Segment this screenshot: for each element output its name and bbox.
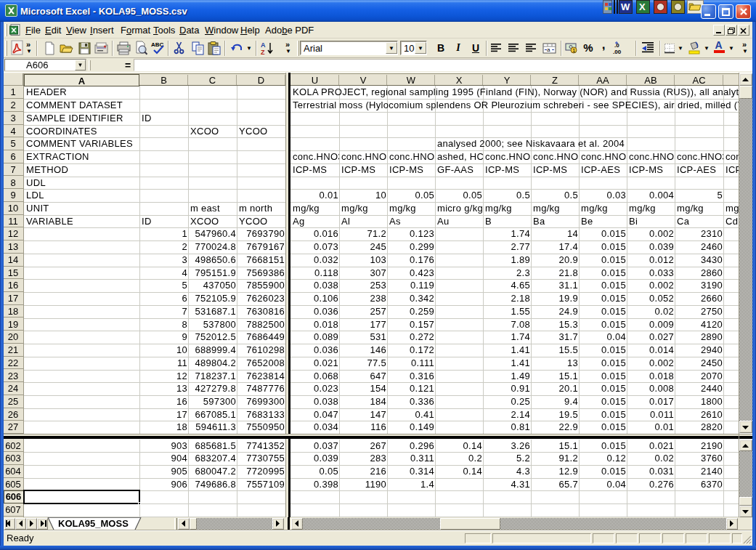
svg-text:1: 1 bbox=[572, 48, 575, 53]
svg-text:.00: .00 bbox=[613, 49, 622, 55]
svg-text:a: a bbox=[547, 46, 550, 53]
svg-text:Z: Z bbox=[261, 49, 265, 56]
svg-text:A: A bbox=[261, 41, 266, 49]
